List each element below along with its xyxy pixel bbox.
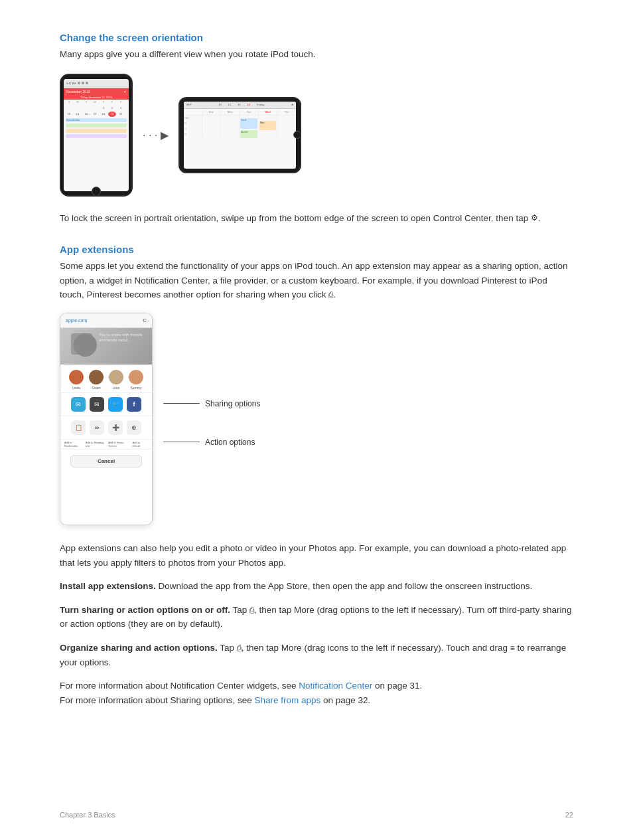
install-label: Install app extensions. <box>60 581 156 591</box>
portrait-device: 9:41 AM November 2013 ▾ Today, November … <box>60 74 133 197</box>
share-cancel-button[interactable]: Cancel <box>70 455 142 467</box>
portrait-screen-content: 9:41 AM November 2013 ▾ Today, November … <box>64 79 129 191</box>
portrait-screen: 9:41 AM November 2013 ▾ Today, November … <box>64 79 129 191</box>
landscape-home-button <box>293 131 301 139</box>
annotation-dash-1 <box>163 403 200 404</box>
install-text: Download the app from the App Store, the… <box>156 581 532 591</box>
action-options-annotation: Action options <box>163 438 260 447</box>
sharing-options-label: Sharing options <box>205 399 260 408</box>
share-sheet-mockup: apple.com C You to share with friendsand… <box>60 313 153 525</box>
mail-app-icon: ✉ <box>90 397 104 412</box>
page-footer: Chapter 3 Basics 22 <box>60 811 573 819</box>
app-extensions-title: App extensions <box>60 244 573 255</box>
action-icon-2: ∞ <box>90 420 104 435</box>
facebook-app-icon: f <box>127 397 141 412</box>
share-contact-row: Linda Stuart Luke Sammy <box>60 365 152 393</box>
app-ext-body2: App extensions can also help you edit a … <box>60 541 573 570</box>
action-icon-1: 📋 <box>71 420 86 435</box>
share-contact-item: Stuart <box>89 370 104 390</box>
turn-sharing-label: Turn sharing or action options on or off… <box>60 605 230 615</box>
footer-page-number: 22 <box>565 811 573 819</box>
action-options-row: 📋 ∞ ➕ ⊕ <box>60 416 152 440</box>
organize-share-icon: ⎙ <box>237 642 242 655</box>
organize-sharing-para: Organize sharing and action options. Tap… <box>60 641 573 669</box>
twitter-app-icon: 🐦 <box>108 397 123 412</box>
portrait-cal-header: November 2013 ▾ <box>64 88 129 95</box>
page-content: Change the screen orientation Many apps … <box>0 0 633 756</box>
share-from-apps-link[interactable]: Share from apps <box>254 695 320 705</box>
footer-chapter: Chapter 3 Basics <box>60 811 115 819</box>
screen-orientation-title: Change the screen orientation <box>60 32 573 43</box>
contact-avatar-1 <box>69 370 84 384</box>
reorder-icon: ≡ <box>510 642 515 655</box>
landscape-device: SEP 10 11 12 13 Friday ⊕ <box>178 97 301 173</box>
app-extensions-body1: Some apps let you extend the functionali… <box>60 259 573 302</box>
share-sheet-image-block: apple.com C You to share with friendsand… <box>60 313 573 525</box>
notification-center-link[interactable]: Notification Center <box>299 681 372 691</box>
share-icon-inline: ⎙ <box>328 289 333 301</box>
share-contact-item: Luke <box>109 370 123 390</box>
orientation-arrow: · · · ▶ <box>133 129 178 141</box>
sharing-options-annotation: Sharing options <box>163 399 260 408</box>
landscape-screen-content: SEP 10 11 12 13 Friday ⊕ <box>184 102 296 169</box>
organize-label: Organize sharing and action options. <box>60 643 218 653</box>
share-annotations: Sharing options Action options <box>163 313 260 447</box>
lock-screen-text: To lock the screen in portrait orientati… <box>60 211 573 226</box>
action-options-label: Action options <box>205 438 255 447</box>
landscape-top-bar: SEP 10 11 12 13 Friday ⊕ <box>184 102 296 109</box>
share-cancel-row: Cancel <box>60 450 152 473</box>
sharing-app-row: ✉ ✉ 🐦 f <box>60 393 152 416</box>
annotation-dash-2 <box>163 442 200 442</box>
share-photo-area: You to share with friendsand family toda… <box>60 328 152 365</box>
portrait-top-bar: 9:41 AM <box>64 79 129 88</box>
orientation-image-block: 9:41 AM November 2013 ▾ Today, November … <box>60 74 573 197</box>
share-contact-item: Sammy <box>129 370 143 390</box>
contact-avatar-2 <box>89 370 104 384</box>
portrait-home-button <box>92 187 101 196</box>
share-contact-item: Linda <box>69 370 84 390</box>
message-app-icon: ✉ <box>71 397 86 412</box>
contact-avatar-4 <box>129 370 143 384</box>
app-label-row: Add to Bookmarks Add to Reading List Add… <box>60 440 152 450</box>
action-icon-4: ⊕ <box>127 420 141 435</box>
action-icon-3: ➕ <box>108 420 123 435</box>
landscape-screen: SEP 10 11 12 13 Friday ⊕ <box>184 102 296 169</box>
install-app-ext-para: Install app extensions. Download the app… <box>60 579 573 594</box>
share-top-bar: apple.com C <box>60 313 152 328</box>
notification-center-ref: For more information about Notification … <box>60 679 573 707</box>
app-extensions-section: App extensions Some apps let you extend … <box>60 244 573 302</box>
contact-avatar-3 <box>109 370 123 384</box>
rotation-lock-icon: ⚙︎ <box>531 212 538 224</box>
turn-sharing-para: Turn sharing or action options on or off… <box>60 603 573 631</box>
turn-share-icon: ⎙ <box>249 604 254 617</box>
screen-orientation-body: Many apps give you a different view when… <box>60 47 573 62</box>
